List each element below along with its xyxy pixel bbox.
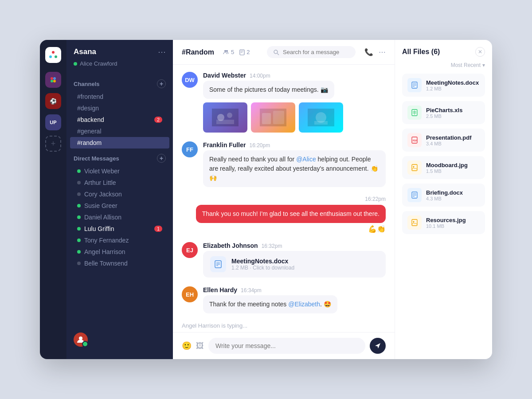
dm-angel-harrison[interactable]: Angel Harrison <box>70 246 169 258</box>
message-david: DW David Webster 14:00pm Some of the pic… <box>182 72 386 133</box>
dm-susie-greer[interactable]: Susie Greer <box>70 200 169 211</box>
search-input[interactable] <box>283 49 345 55</box>
call-icon[interactable]: 📞 <box>364 48 373 56</box>
message-time-elizabeth: 16:32pm <box>262 243 282 249</box>
photo-1[interactable] <box>203 102 247 133</box>
close-files-button[interactable]: ✕ <box>475 47 485 57</box>
sidebar: Asana ⋯ Alice Crawford Channels + #front… <box>66 40 173 359</box>
dm-name-violet: Violet Weber <box>84 168 120 175</box>
file-icon-docx-2 <box>407 188 422 202</box>
sort-dropdown[interactable]: Most Recent ▾ <box>402 62 485 68</box>
file-card-meetingnotes[interactable]: MeetingNotes.docx 1.2 MB <box>402 74 485 97</box>
file-info-meetingnotes: MeetingNotes.docx 1.2 MB <box>426 79 479 91</box>
channel-design[interactable]: #design <box>70 102 169 114</box>
file-icon-xls <box>407 106 422 120</box>
dm-dot-cory <box>77 192 81 196</box>
channel-design-label: #design <box>77 105 99 112</box>
file-name-moodboard: Moodboard.jpg <box>426 162 468 168</box>
file-size-moodboard: 1.5 MB <box>426 168 468 174</box>
message-content-elizabeth: Elizabeth Johnson 16:32pm MeetingNotes.d… <box>203 242 386 278</box>
svg-rect-18 <box>216 120 234 124</box>
dm-tony-fernandez[interactable]: Tony Fernandez <box>70 235 169 246</box>
dm-badge-lulu: 1 <box>154 226 162 232</box>
chat-input-area: 🙂 🖼 <box>173 332 395 359</box>
dm-dot-angel <box>77 250 81 254</box>
photo-row-david <box>203 102 386 133</box>
file-size-resources: 10.1 MB <box>426 223 466 229</box>
workspace-2[interactable]: ⚽ <box>45 93 61 109</box>
more-options-icon[interactable]: ⋯ <box>379 48 386 56</box>
svg-text:PDF: PDF <box>413 139 417 142</box>
workspace-options-button[interactable]: ⋯ <box>158 47 166 57</box>
svg-point-40 <box>413 166 415 168</box>
svg-point-8 <box>224 50 226 52</box>
channel-random[interactable]: #random <box>70 137 169 149</box>
channel-backend[interactable]: #backend 2 <box>70 114 169 125</box>
emoji-button[interactable]: 🙂 <box>182 341 192 351</box>
file-info-resources: Resources.jpg 10.1 MB <box>426 217 466 229</box>
file-card-presentation[interactable]: PDF Presentation.pdf 3.4 MB <box>402 129 485 152</box>
file-info-moodboard: Moodboard.jpg 1.5 MB <box>426 162 468 174</box>
dm-name-belle: Belle Townsend <box>84 260 128 267</box>
files-count: 2 <box>246 49 250 55</box>
add-dm-button[interactable]: + <box>157 154 166 163</box>
mention-elizabeth: @Elizabeth <box>288 301 320 308</box>
dm-section-header: Direct Messages + <box>66 149 173 165</box>
workspace-3[interactable]: UP <box>45 114 61 130</box>
dm-belle-townsend[interactable]: Belle Townsend <box>70 258 169 269</box>
dm-violet-weber[interactable]: Violet Weber <box>70 165 169 177</box>
files-meta: 2 <box>239 49 250 55</box>
message-bubble-ellen: Thank for the meeting notes @Elizabeth. … <box>203 295 337 313</box>
dm-dot-tony <box>77 239 81 242</box>
channel-general[interactable]: #general <box>70 125 169 137</box>
message-content-david: David Webster 14:00pm Some of the pictur… <box>203 72 386 133</box>
dm-daniel-allison[interactable]: Daniel Allison <box>70 211 169 223</box>
file-size: 1.2 MB · Click to download <box>231 265 294 271</box>
avatar-ellen: EH <box>182 286 198 302</box>
file-message[interactable]: MeetingNotes.docx 1.2 MB · Click to down… <box>203 251 386 278</box>
svg-point-0 <box>52 51 55 54</box>
message-content-franklin: Franklin Fuller 16:20pm Really need to t… <box>203 141 386 187</box>
message-input[interactable] <box>208 338 365 354</box>
sidebar-footer <box>66 327 173 352</box>
svg-point-7 <box>79 336 82 340</box>
photo-3[interactable] <box>299 102 343 133</box>
username: Alice Crawford <box>80 60 117 67</box>
dm-dot-daniel <box>77 215 81 219</box>
sender-name-franklin: Franklin Fuller <box>203 141 246 149</box>
file-card-piecharts[interactable]: PieCharts.xls 2.5 MB <box>402 101 485 124</box>
add-channel-button[interactable]: + <box>157 79 166 88</box>
message-time-ellen: 16:34pm <box>241 287 262 293</box>
file-size-piecharts: 2.5 MB <box>426 113 462 119</box>
photo-2[interactable] <box>251 102 295 133</box>
sender-name-ellen: Ellen Hardy <box>203 286 237 293</box>
channel-frontend[interactable]: #frontend <box>70 91 169 102</box>
current-user-avatar[interactable] <box>74 332 88 347</box>
svg-line-14 <box>278 53 279 55</box>
file-card-moodboard[interactable]: Moodboard.jpg 1.5 MB <box>402 156 485 179</box>
svg-point-5 <box>51 80 53 82</box>
message-franklin: FF Franklin Fuller 16:20pm Really need t… <box>182 141 386 187</box>
app-logo[interactable] <box>45 47 61 63</box>
typing-indicator: Angel Harrison is typing... <box>182 322 386 331</box>
dm-lulu-griffin[interactable]: Lulu Griffin 1 <box>70 223 169 235</box>
attachment-button[interactable]: 🖼 <box>196 341 204 351</box>
mention-alice: @Alice <box>296 156 316 163</box>
dm-name-lulu: Lulu Griffin <box>84 225 114 232</box>
dm-cory-jackson[interactable]: Cory Jackson <box>70 188 169 200</box>
add-workspace-button[interactable]: + <box>45 136 61 152</box>
message-ellen: EH Ellen Hardy 16:34pm Thank for the mee… <box>182 286 386 313</box>
file-card-briefing[interactable]: Briefing.docx 4.3 MB <box>402 184 485 207</box>
svg-point-1 <box>49 55 52 58</box>
svg-point-3 <box>51 77 53 80</box>
message-search[interactable] <box>267 46 356 58</box>
workspace-1[interactable] <box>45 72 61 88</box>
reactions: 💪👏 <box>368 225 386 233</box>
send-button[interactable] <box>370 338 386 354</box>
file-card-resources[interactable]: Resources.jpg 10.1 MB <box>402 211 485 234</box>
svg-point-17 <box>227 113 232 118</box>
file-size-briefing: 4.3 MB <box>426 196 463 201</box>
message-header-franklin: Franklin Fuller 16:20pm <box>203 141 386 149</box>
header-icons: 📞 ⋯ <box>364 48 386 56</box>
dm-arthur-little[interactable]: Arthur Little <box>70 177 169 188</box>
